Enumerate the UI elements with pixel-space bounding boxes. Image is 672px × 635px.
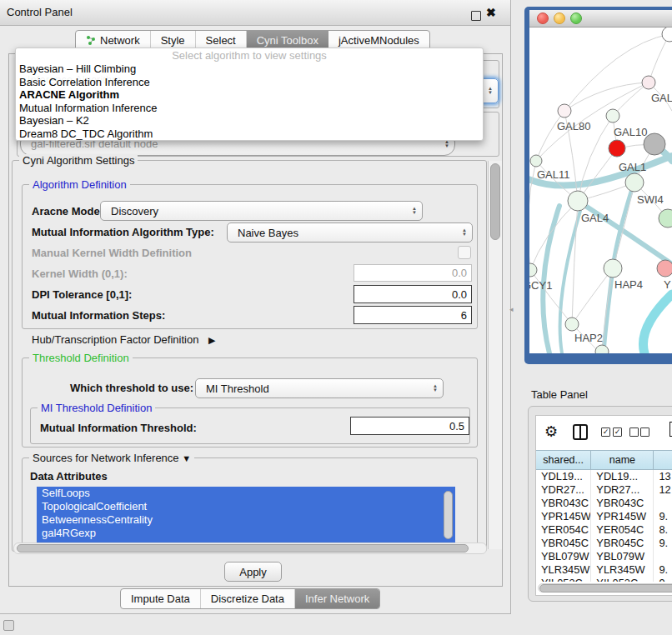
tab-label: Network [100, 34, 140, 47]
control-panel-titlebar: Control Panel ✖ [0, 0, 510, 26]
network-node[interactable] [625, 173, 644, 192]
table-cell: 9. [654, 563, 672, 577]
table-panel-box: ⚙ ✓ ✓ shared...nameA YDL19...YDL19...13Y… [535, 415, 672, 596]
network-node[interactable] [606, 109, 619, 122]
manual-kernel-width-checkbox[interactable] [458, 246, 471, 259]
panel-title: Control Panel [7, 6, 73, 18]
window-corner-icon[interactable] [3, 620, 14, 631]
node-label: GAL11 [537, 168, 570, 181]
hub-definition-label: Hub/Transcription Factor Definition [32, 333, 198, 346]
network-edge [564, 82, 649, 111]
table-row[interactable]: YDR27...YDR27...12 [536, 483, 672, 497]
close-traffic-light-icon[interactable] [537, 12, 549, 24]
aracne-mode-label: Aracne Mode: [32, 205, 103, 218]
algorithm-dropdown: Inference Algorithm Select algorithm to … [15, 48, 484, 141]
node-label: GAL10 [614, 126, 647, 138]
gear-icon[interactable]: ⚙ [544, 422, 558, 441]
table-cell: YPR145W [591, 510, 654, 523]
column-header-a[interactable]: A [654, 450, 672, 470]
attribute-item-topologicalcoefficient[interactable]: TopologicalCoefficient [37, 500, 455, 513]
checked-checkbox-icon[interactable]: ✓ [613, 428, 622, 437]
table-cell: YDR27... [591, 483, 654, 497]
network-node[interactable] [662, 28, 672, 42]
network-node[interactable] [609, 140, 625, 157]
mi-steps-value: 6 [461, 309, 467, 322]
dropdown-item-mutual-information-inference[interactable]: Mutual Information Inference [16, 102, 483, 115]
table-cell: YDL19... [536, 470, 591, 483]
split-columns-icon[interactable] [573, 424, 588, 440]
network-edge [530, 201, 578, 270]
network-node[interactable] [568, 191, 588, 211]
attribute-item-gal4rgexp[interactable]: gal4RGexp [37, 527, 455, 540]
tab-impute-data[interactable]: Impute Data [121, 589, 201, 608]
table-cell: 12 [654, 483, 672, 497]
kernel-width-field[interactable]: 0.0 [354, 264, 472, 282]
mi-threshold-field[interactable]: 0.5 [350, 417, 469, 435]
column-header-name[interactable]: name [591, 450, 654, 470]
table-hscrollbar-thumb[interactable] [539, 584, 672, 592]
data-attributes-list[interactable]: SelfLoopsTopologicalCoefficientBetweenne… [37, 487, 455, 543]
table-cell: 8. [654, 523, 672, 537]
minimize-traffic-light-icon[interactable] [554, 12, 565, 24]
list-scrollbar-thumb[interactable] [444, 491, 453, 539]
float-window-icon[interactable] [471, 11, 481, 21]
table-cell: YLR345W [591, 563, 654, 577]
data-attributes-label: Data Attributes [30, 470, 108, 482]
control-panel: Control Panel ✖ ▲▼ gal-filtered.sif defa… [0, 0, 511, 614]
apply-button[interactable]: Apply [224, 562, 282, 582]
network-node[interactable] [529, 263, 537, 277]
table-row[interactable]: YPR145WYPR145W9. [536, 510, 672, 523]
dpi-tolerance-value: 0.0 [452, 288, 467, 301]
mi-algorithm-type-combobox[interactable]: Naive Bayes ▲▼ [227, 222, 473, 242]
dropdown-item-bayesian-k2[interactable]: Bayesian – K2 [16, 114, 483, 128]
network-node[interactable] [595, 345, 609, 353]
dpi-tolerance-field[interactable]: 0.0 [354, 285, 472, 303]
node-label: GAL1 [619, 161, 646, 173]
table-cell: YER054C [536, 523, 591, 537]
splitpane-collapse-icon[interactable]: ◂ [509, 305, 514, 313]
which-threshold-combobox[interactable]: MI Threshold ▲▼ [195, 378, 444, 398]
table-row[interactable]: YDL19...YDL19...13 [536, 470, 672, 483]
close-icon[interactable]: ✖ [486, 6, 496, 19]
checked-checkbox-icon[interactable]: ✓ [601, 428, 610, 437]
table-row[interactable]: YIL053CYIL053C9. [536, 577, 672, 582]
combobox-spinner-icon: ▲▼ [488, 87, 493, 95]
column-header-shared[interactable]: shared... [536, 450, 591, 470]
table-cell: YBR043C [536, 497, 591, 510]
table-row[interactable]: YBR045CYBR045C9. [536, 537, 672, 550]
aracne-mode-combobox[interactable]: Discovery ▲▼ [100, 201, 423, 221]
network-node[interactable] [604, 259, 622, 278]
network-edge [604, 268, 613, 353]
network-window-titlebar[interactable] [529, 10, 672, 28]
network-node[interactable] [642, 76, 655, 89]
network-node[interactable] [565, 318, 579, 331]
attribute-item-selfloops[interactable]: SelfLoops [37, 487, 455, 500]
attribute-item-betweennesscentrality[interactable]: BetweennessCentrality [37, 513, 455, 527]
network-node[interactable] [657, 260, 672, 277]
hub-definition-toggle[interactable]: Hub/Transcription Factor Definition ▶ [32, 333, 215, 346]
tab-label: Infer Network [305, 592, 369, 605]
unchecked-checkbox-icon[interactable] [629, 428, 639, 437]
table-body: YDL19...YDL19...13YDR27...YDR27...12YBR0… [536, 470, 672, 582]
expanded-arrow-icon[interactable]: ▼ [182, 453, 191, 463]
table-row[interactable]: YER054CYER054C8. [536, 523, 672, 537]
table-row[interactable]: YBL079WYBL079W [536, 550, 672, 563]
dropdown-item-dream8-dc-tdc-algorithm[interactable]: Dream8 DC_TDC Algorithm [16, 128, 483, 141]
table-row[interactable]: YLR345WYLR345W9. [536, 563, 672, 577]
tab-infer-network[interactable]: Infer Network [295, 589, 379, 608]
unchecked-checkbox-icon[interactable] [640, 428, 649, 437]
dropdown-item-aracne-algorithm[interactable]: ARACNE Algorithm [16, 88, 483, 102]
mi-steps-field[interactable]: 6 [354, 306, 472, 324]
network-node[interactable] [530, 155, 542, 167]
settings-vscrollbar-thumb[interactable] [490, 163, 500, 240]
mi-algorithm-type-label: Mutual Information Algorithm Type: [32, 226, 214, 238]
settings-hscrollbar-thumb[interactable] [17, 544, 469, 552]
network-node[interactable] [659, 209, 672, 228]
table-row[interactable]: YBR043CYBR043C [536, 497, 672, 510]
zoom-traffic-light-icon[interactable] [570, 12, 582, 24]
network-canvas[interactable]: GAL8GAL80GAL10GAL1GAL11SWI4GAL4GCY1HAP4Y… [529, 28, 672, 353]
network-node[interactable] [558, 104, 571, 118]
tab-label: Select [206, 34, 236, 47]
tab-discretize-data[interactable]: Discretize Data [201, 589, 295, 608]
node-label: HAP4 [614, 278, 643, 291]
